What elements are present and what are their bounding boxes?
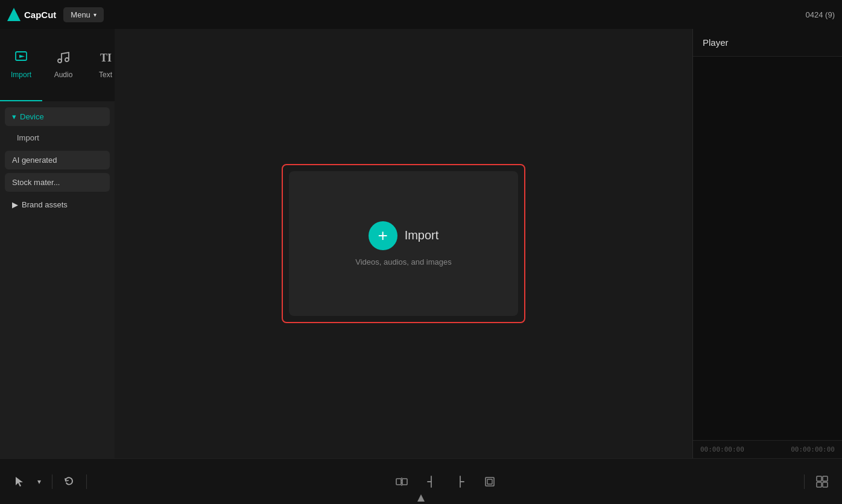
divider-3	[804, 474, 805, 489]
import-zone[interactable]: + Import Videos, audios, and images	[289, 171, 518, 316]
svg-text:TI: TI	[100, 52, 112, 64]
timecode-right: 00:00:00:00	[791, 446, 835, 453]
crop-button[interactable]	[480, 471, 500, 492]
logo: CapCut	[7, 8, 56, 21]
sidebar-item-import[interactable]: Import	[5, 128, 110, 147]
content-area: + Import Videos, audios, and images	[115, 29, 692, 458]
device-arrow-icon: ▾	[12, 112, 16, 121]
right-panel: Player 00:00:00:00 00:00:00:00	[692, 29, 842, 458]
tab-audio-label: Audio	[54, 71, 73, 79]
logo-icon	[7, 8, 21, 21]
import-row: + Import	[369, 221, 439, 250]
tool-center	[94, 471, 797, 492]
select-tool-button[interactable]	[10, 472, 29, 491]
playhead-icon	[417, 494, 425, 502]
import-sub-label: Import	[17, 133, 39, 142]
sidebar-item-brand-assets[interactable]: ▶ Brand assets	[5, 195, 110, 214]
tab-import[interactable]: Import	[0, 29, 42, 101]
svg-point-2	[58, 59, 62, 63]
device-section: ▾ Device Import	[5, 107, 110, 147]
svg-rect-19	[487, 479, 492, 484]
svg-rect-18	[486, 477, 494, 486]
tab-text-label: Text	[99, 71, 112, 79]
tab-import-label: Import	[11, 71, 31, 79]
select-dropdown-button[interactable]: ▾	[34, 474, 45, 490]
divider-1	[52, 474, 52, 489]
ai-generated-button[interactable]: AI generated	[5, 151, 110, 169]
import-zone-sublabel: Videos, audios, and images	[355, 257, 451, 266]
nav-tabs: Import Audio TI	[0, 29, 115, 101]
split-button[interactable]	[391, 471, 412, 492]
bottom-right	[812, 471, 832, 492]
menu-button[interactable]: Menu ▾	[63, 7, 104, 22]
left-panel: Import Audio TI	[0, 29, 115, 458]
import-icon	[14, 50, 28, 67]
device-label: Device	[20, 112, 44, 121]
import-zone-label: Import	[405, 228, 439, 242]
ai-generated-label: AI generated	[12, 156, 57, 165]
svg-rect-22	[817, 482, 821, 487]
trim-left-button[interactable]	[422, 471, 441, 492]
bottom-toolbar: ▾	[0, 458, 842, 504]
project-title: 0424 (9)	[806, 10, 835, 19]
topbar-left: CapCut Menu ▾	[7, 7, 104, 22]
svg-rect-21	[823, 476, 828, 481]
import-plus-icon: +	[369, 221, 397, 250]
logo-text: CapCut	[24, 10, 56, 20]
text-icon: TI	[98, 50, 113, 67]
menu-label: Menu	[71, 10, 90, 19]
svg-rect-20	[817, 476, 821, 481]
sidebar: ▾ Device Import AI generated Stock mater…	[0, 101, 115, 458]
player-header: Player	[693, 29, 842, 57]
brand-assets-arrow-icon: ▶	[12, 200, 18, 209]
svg-marker-1	[19, 55, 25, 58]
timecode-left: 00:00:00:00	[700, 446, 744, 453]
svg-rect-23	[823, 482, 828, 487]
main-area: Import Audio TI	[0, 29, 842, 458]
sidebar-item-device[interactable]: ▾ Device	[5, 107, 110, 126]
brand-assets-label: Brand assets	[22, 200, 68, 209]
import-zone-wrapper[interactable]: + Import Videos, audios, and images	[282, 164, 525, 323]
trim-right-button[interactable]	[451, 471, 470, 492]
audio-icon	[56, 50, 71, 67]
stock-material-button[interactable]: Stock mater...	[5, 173, 110, 192]
undo-button[interactable]	[60, 472, 79, 491]
tab-audio[interactable]: Audio	[42, 29, 84, 101]
player-body	[693, 57, 842, 440]
chevron-down-icon: ▾	[93, 11, 97, 18]
divider-2	[86, 474, 87, 489]
svg-rect-12	[402, 479, 407, 485]
zoom-button[interactable]	[812, 471, 832, 492]
chevron-down-icon: ▾	[37, 477, 41, 486]
svg-rect-11	[396, 479, 401, 485]
tab-text[interactable]: TI Text	[84, 29, 115, 101]
topbar: CapCut Menu ▾ 0424 (9)	[0, 0, 842, 29]
player-timecode: 00:00:00:00 00:00:00:00	[693, 440, 842, 458]
stock-material-label: Stock mater...	[12, 178, 60, 187]
